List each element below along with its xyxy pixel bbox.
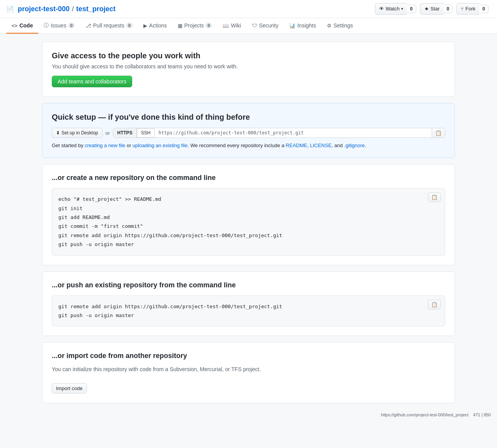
fork-label: Fork <box>465 5 475 12</box>
copy-icon: 📋 <box>435 130 442 136</box>
pr-badge: 0 <box>126 23 133 28</box>
watch-group: 👁 Watch ▾ 0 <box>375 3 416 15</box>
star-label: Star <box>431 5 440 12</box>
quick-setup-card: Quick setup — if you've done this kind o… <box>42 103 455 158</box>
projects-icon: ▦ <box>178 23 182 29</box>
existing-repo-section: ...or push an existing repository from t… <box>42 272 455 336</box>
new-repo-title: ...or create a new repository on the com… <box>52 174 445 182</box>
or-text: or <box>106 130 110 136</box>
star-group: ★ Star 0 <box>420 3 453 15</box>
tab-pull-requests[interactable]: ⎇ Pull requests 0 <box>80 18 138 34</box>
tab-code[interactable]: <> Code <box>6 18 38 34</box>
star-icon: ★ <box>424 5 429 12</box>
tab-pr-label: Pull requests <box>93 22 124 29</box>
tab-issues-label: Issues <box>51 22 66 29</box>
setup-desktop-button[interactable]: ⬇ Set up in Desktop <box>52 128 102 138</box>
existing-repo-code-block: git remote add origin https://github.com… <box>52 295 445 327</box>
access-card-title: Give access to the people you work with <box>52 51 445 60</box>
copy-existing-repo-button[interactable]: 📋 <box>428 300 441 309</box>
import-desc: You can initialize this repository with … <box>52 366 445 372</box>
code-icon: <> <box>12 23 17 29</box>
url-input-box: HTTPS SSH 📋 <box>113 128 445 138</box>
repo-name[interactable]: test_project <box>76 5 116 13</box>
settings-icon: ⚙ <box>327 23 332 29</box>
nav-tabs: <> Code ⓘ Issues 0 ⎇ Pull requests 0 ▶ A… <box>0 18 497 34</box>
tab-security[interactable]: 🛡 Security <box>247 18 284 34</box>
insights-icon: 📊 <box>289 23 295 29</box>
pr-icon: ⎇ <box>85 23 91 29</box>
tab-projects[interactable]: ▦ Projects 0 <box>172 18 218 34</box>
eye-icon: 👁 <box>379 5 384 12</box>
repo-owner[interactable]: project-test-000 <box>18 5 70 13</box>
license-link[interactable]: LICENSE <box>310 143 332 148</box>
copy-url-button[interactable]: 📋 <box>432 128 445 137</box>
copy-icon: 📋 <box>431 302 437 307</box>
import-code-button[interactable]: Import code <box>52 383 87 394</box>
tab-settings-label: Settings <box>334 22 353 29</box>
desktop-icon: ⬇ <box>56 130 60 136</box>
tab-security-label: Security <box>259 22 279 29</box>
actions-icon: ▶ <box>143 23 147 29</box>
fork-icon: ⑂ <box>461 5 464 12</box>
desktop-btn-label: Set up in Desktop <box>61 130 98 136</box>
copy-icon: 📋 <box>431 194 437 200</box>
watch-caret-icon: ▾ <box>401 6 403 12</box>
create-new-file-link[interactable]: creating a new file <box>85 143 125 148</box>
status-coordinates: 471 | 850 <box>473 412 491 417</box>
wiki-icon: 📖 <box>223 23 229 29</box>
tab-wiki[interactable]: 📖 Wiki <box>217 18 246 34</box>
fork-button[interactable]: ⑂ Fork <box>456 3 479 15</box>
repo-title: 📄 project-test-000 / test_project <box>6 5 116 13</box>
security-icon: 🛡 <box>252 23 257 29</box>
ssh-button[interactable]: SSH <box>137 128 155 137</box>
status-bar: https://github.com/project-test-000/test… <box>0 411 497 419</box>
main-content: Give access to the people you work with … <box>36 42 461 403</box>
top-bar: 📄 project-test-000 / test_project 👁 Watc… <box>0 0 497 18</box>
watch-count: 0 <box>407 5 416 13</box>
import-title: ...or import code from another repositor… <box>52 352 445 360</box>
top-actions: 👁 Watch ▾ 0 ★ Star 0 ⑂ Fork 0 <box>375 3 491 15</box>
tab-issues[interactable]: ⓘ Issues 0 <box>38 18 80 34</box>
new-repo-code: echo "# test_project" >> README.md git i… <box>58 195 439 249</box>
copy-new-repo-button[interactable]: 📋 <box>428 192 441 202</box>
tab-actions[interactable]: ▶ Actions <box>138 18 172 34</box>
https-button[interactable]: HTTPS <box>113 128 136 137</box>
gitignore-link[interactable]: .gitignore <box>344 143 364 148</box>
issues-icon: ⓘ <box>44 22 49 29</box>
tab-code-label: Code <box>19 22 33 29</box>
access-card-desc: You should give access to the collaborat… <box>52 63 445 70</box>
projects-badge: 0 <box>206 23 212 28</box>
tab-insights-label: Insights <box>297 22 316 29</box>
fork-group: ⑂ Fork 0 <box>456 3 488 15</box>
readme-link[interactable]: README <box>286 143 307 148</box>
tab-insights[interactable]: 📊 Insights <box>284 18 321 34</box>
repo-separator: / <box>72 5 74 13</box>
upload-file-link[interactable]: uploading an existing file <box>133 143 187 148</box>
quick-setup-desc: Get started by creating a new file or up… <box>52 143 445 148</box>
quick-setup-title: Quick setup — if you've done this kind o… <box>52 113 445 122</box>
url-row: ⬇ Set up in Desktop or HTTPS SSH 📋 <box>52 128 445 138</box>
repo-icon: 📄 <box>6 5 14 13</box>
add-collaborators-button[interactable]: Add teams and collaborators <box>52 76 132 87</box>
watch-button[interactable]: 👁 Watch ▾ <box>375 3 407 15</box>
access-card: Give access to the people you work with … <box>42 42 455 97</box>
watch-label: Watch <box>386 5 400 12</box>
existing-repo-code: git remote add origin https://github.com… <box>58 302 439 320</box>
tab-settings[interactable]: ⚙ Settings <box>322 18 359 34</box>
existing-repo-title: ...or push an existing repository from t… <box>52 281 445 289</box>
import-section: ...or import code from another repositor… <box>42 342 455 403</box>
star-count: 0 <box>444 5 453 13</box>
status-url: https://github.com/project-test-000/test… <box>381 412 468 417</box>
issues-badge: 0 <box>68 23 75 28</box>
new-repo-section: ...or create a new repository on the com… <box>42 164 455 265</box>
tab-actions-label: Actions <box>149 22 167 29</box>
tab-wiki-label: Wiki <box>231 22 241 29</box>
new-repo-code-block: echo "# test_project" >> README.md git i… <box>52 188 445 255</box>
repo-url-input[interactable] <box>155 128 432 137</box>
fork-count: 0 <box>479 5 488 13</box>
tab-projects-label: Projects <box>184 22 204 29</box>
star-button[interactable]: ★ Star <box>420 3 444 15</box>
